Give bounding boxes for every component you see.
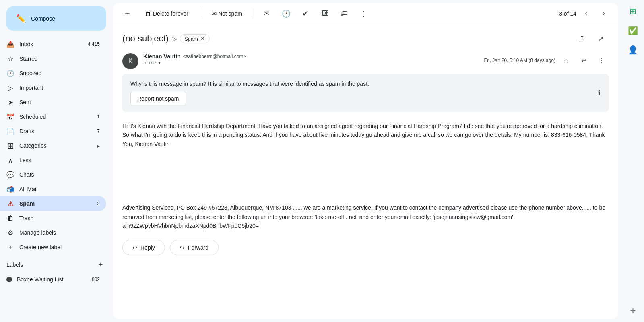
send-icon: ➤: [6, 99, 14, 106]
sidebar-item-categories[interactable]: ⊞ Categories ▸: [0, 138, 106, 153]
more-options-button[interactable]: ⋮: [355, 6, 372, 22]
more-email-options-button[interactable]: ⋮: [594, 53, 609, 68]
back-arrow-icon: ←: [124, 9, 131, 18]
chat-icon: 💬: [6, 171, 14, 179]
sidebar-item-scheduled[interactable]: 📅 Scheduled 1: [0, 109, 106, 124]
spam-info-icon[interactable]: ℹ: [598, 89, 601, 97]
sidebar-item-spam[interactable]: ⚠ Spam 2: [0, 196, 106, 211]
sender-avatar: K: [122, 53, 138, 69]
sidebar-item-important[interactable]: ▷ Important: [0, 80, 106, 95]
snoozed-label: Snoozed: [19, 70, 100, 76]
task-icon: ✔: [302, 9, 308, 18]
less-label: Less: [19, 157, 100, 163]
email-date: Fri, Jan 20, 5:10 AM (8 days ago): [484, 58, 555, 63]
main-content: ← 🗑 Delete forever ✉ Not spam ✉ 🕐 ✔ 🖼 🏷 …: [113, 3, 618, 319]
delete-forever-icon: 🗑: [145, 10, 151, 17]
prev-email-button[interactable]: ‹: [578, 6, 594, 22]
reply-label: Reply: [140, 244, 155, 251]
snooze-icon-button[interactable]: 🕐: [278, 6, 294, 22]
spam-warning-box: Why is this message in spam? It is simil…: [122, 74, 609, 112]
email-content: (no subject) ▷ Spam ✕ 🖨 ↗ K Kienan Vauti…: [113, 24, 618, 319]
sidebar-item-trash[interactable]: 🗑 Trash: [0, 211, 106, 225]
avatar-letter: K: [128, 58, 133, 65]
sidebar-item-drafts[interactable]: 📄 Drafts 7: [0, 124, 106, 138]
drafts-icon: 📄: [6, 128, 14, 135]
alarm-icon: 🕐: [6, 70, 14, 77]
inbox-count: 4,415: [88, 41, 100, 47]
sender-name: Kienan Vautin: [143, 53, 181, 60]
sidebar-item-sent[interactable]: ➤ Sent: [0, 95, 106, 109]
less-icon: ∧: [6, 157, 14, 164]
delete-forever-button[interactable]: 🗑 Delete forever: [138, 8, 195, 20]
spam-badge-remove[interactable]: ✕: [200, 35, 205, 42]
sender-info: Kienan Vautin <safihebberm@hotmail.com> …: [143, 53, 484, 66]
sidebar-item-less[interactable]: ∧ Less: [0, 153, 106, 167]
trash-label: Trash: [19, 215, 100, 221]
categories-expand-icon: ▸: [97, 142, 100, 150]
all-mail-icon: 📬: [6, 186, 14, 193]
label-name: Boxbe Waiting List: [17, 276, 92, 283]
spam-badge-text: Spam: [184, 36, 198, 42]
delete-forever-label: Delete forever: [153, 10, 188, 17]
to-label: to me: [143, 60, 157, 66]
print-icon: 🖨: [578, 35, 585, 43]
photo-icon-button[interactable]: 🖼: [317, 6, 333, 22]
email-body-main: Hi it's Kienan with the Financial Hardsh…: [122, 118, 609, 152]
reply-icon: ↩: [132, 244, 137, 251]
label-item-boxbe[interactable]: Boxbe Waiting List 802: [0, 272, 106, 287]
contacts-icon[interactable]: 👤: [625, 42, 641, 58]
add-label-button[interactable]: +: [95, 259, 106, 270]
forward-button[interactable]: ↪ Forward: [170, 240, 219, 255]
add-app-button[interactable]: +: [625, 303, 641, 319]
important-icon: ▷: [6, 84, 14, 92]
label-count: 802: [92, 277, 100, 282]
sidebar-item-inbox[interactable]: 📥 Inbox 4,415: [0, 37, 106, 52]
subject-forward-icon[interactable]: ▷: [172, 35, 177, 43]
drafts-count: 7: [97, 128, 100, 134]
labels-section-header: Labels +: [0, 258, 113, 272]
report-not-spam-label: Report not spam: [137, 95, 179, 102]
to-expand-icon: ▾: [158, 60, 161, 66]
label-icon: 🏷: [341, 9, 348, 18]
chats-label: Chats: [19, 171, 100, 178]
email-actions-footer: ↩ Reply ↪ Forward: [122, 233, 609, 262]
reply-email-button[interactable]: ↩: [576, 53, 591, 68]
schedule-icon: 📅: [6, 113, 14, 121]
create-label-label: Create new label: [19, 244, 100, 250]
inbox-label: Inbox: [19, 41, 88, 47]
google-sheets-icon[interactable]: ⊞: [625, 3, 641, 19]
report-not-spam-button[interactable]: Report not spam: [130, 92, 186, 105]
sidebar-item-all-mail[interactable]: 📬 All Mail: [0, 182, 106, 196]
scheduled-label: Scheduled: [19, 114, 97, 120]
back-button[interactable]: ←: [119, 6, 135, 22]
not-spam-button[interactable]: ✉ Not spam: [205, 7, 249, 20]
task-icon-button[interactable]: ✔: [297, 6, 314, 22]
sidebar-item-snoozed[interactable]: 🕐 Snoozed: [0, 66, 106, 80]
reply-button[interactable]: ↩ Reply: [122, 240, 165, 255]
next-email-button[interactable]: ›: [596, 6, 612, 22]
spam-label-badge: Spam ✕: [180, 34, 210, 43]
sidebar-item-starred[interactable]: ☆ Starred: [0, 52, 106, 66]
sent-label: Sent: [19, 99, 100, 105]
print-button[interactable]: 🖨: [573, 31, 589, 47]
compose-label: Compose: [31, 15, 55, 22]
label-icon-button[interactable]: 🏷: [336, 6, 352, 22]
sidebar: ✏️ Compose 📥 Inbox 4,415 ☆ Starred 🕐 Sno…: [0, 0, 113, 322]
star-email-button[interactable]: ☆: [559, 53, 573, 68]
compose-button[interactable]: ✏️ Compose: [6, 6, 106, 31]
email-to-field[interactable]: to me ▾: [143, 60, 484, 66]
spam-icon: ⚠: [6, 200, 14, 208]
open-in-new-icon: ↗: [598, 34, 604, 43]
sender-email: <safihebberm@hotmail.com>: [183, 54, 246, 59]
sidebar-item-create-label[interactable]: + Create new label: [0, 240, 106, 254]
spam-label: Spam: [19, 200, 97, 207]
manage-labels-icon: ⚙: [6, 229, 14, 237]
email-icon-button[interactable]: ✉: [259, 6, 275, 22]
sidebar-item-manage-labels[interactable]: ⚙ Manage labels: [0, 225, 106, 240]
tasks-icon[interactable]: ✅: [625, 23, 641, 39]
email-subject: (no subject): [122, 33, 169, 44]
open-in-new-button[interactable]: ↗: [592, 31, 609, 47]
sidebar-item-chats[interactable]: 💬 Chats: [0, 167, 106, 182]
more-icon: ⋮: [360, 9, 367, 18]
forward-label: Forward: [188, 244, 208, 251]
